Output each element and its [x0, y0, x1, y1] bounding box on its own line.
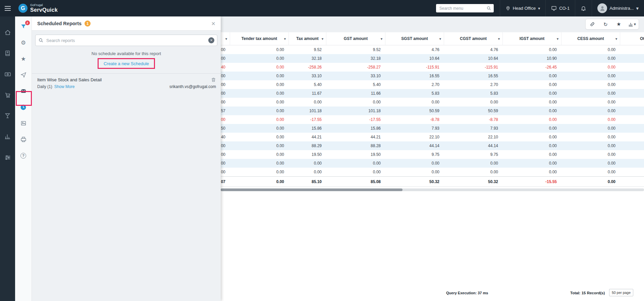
column-header-cgst-amount[interactable]: CGST amount▾ — [444, 32, 503, 45]
table-cell: 32.18 — [289, 54, 326, 63]
sidebar-item-reports[interactable] — [0, 133, 15, 141]
avatar — [597, 3, 607, 13]
sort-caret-icon[interactable]: ▾ — [557, 37, 558, 41]
favorite-button[interactable]: ★ — [613, 19, 625, 29]
column-header-tax-amount[interactable]: Tax amount▾ — [289, 32, 326, 45]
table-cell: 2.70 — [444, 80, 503, 89]
table-cell: -26.45 — [503, 63, 561, 72]
table-cell: 0.00 — [561, 54, 620, 63]
table-cell: 9.75 — [385, 150, 444, 159]
column-header-other[interactable]: Other▾ — [620, 32, 644, 45]
panel-title: Scheduled Reports — [37, 21, 82, 26]
sort-caret-icon[interactable]: ▾ — [284, 37, 286, 41]
sidebar-item-settings[interactable] — [0, 154, 15, 162]
search-menu-input[interactable] — [436, 4, 494, 12]
table-cell: 0.00 — [326, 98, 385, 106]
main-sidebar — [0, 16, 15, 301]
table-row[interactable]: 24.500.0015.8615.867.937.930.000.00 — [188, 124, 644, 133]
table-body: 00.000.009.529.524.764.760.000.0076.000.… — [188, 45, 644, 176]
table-cell: 0.00 — [561, 133, 620, 141]
table-cell: 5.83 — [385, 89, 444, 98]
search-reports-input[interactable] — [46, 38, 208, 43]
rail-item-favorite[interactable]: ★ — [18, 55, 29, 63]
sidebar-item-drinks[interactable] — [0, 113, 15, 120]
table-cell: 0.00 — [230, 106, 289, 115]
table-row[interactable]: 00.000.009.529.524.764.760.000.00 — [188, 45, 644, 54]
schedule-frequency: Daily (1) — [37, 84, 52, 89]
table-row[interactable]: 41.000.0088.2988.2844.1444.140.000.00 — [188, 141, 644, 150]
clock-icon — [20, 104, 26, 111]
terminal-selector[interactable]: CO-1 — [545, 0, 575, 16]
sidebar-item-sales[interactable] — [0, 71, 15, 78]
brand-gofrugal: GoFrugal — [30, 4, 58, 7]
rail-item-email[interactable] — [18, 87, 29, 95]
rail-item-layout[interactable] — [18, 119, 29, 127]
table-row[interactable]: 69.000.00-17.55-17.55-8.78-8.780.000.00 — [188, 115, 644, 124]
table-row[interactable]: 76.000.0032.1832.1810.6410.6410.900.00 — [188, 54, 644, 63]
table-row[interactable]: 00.000.000.000.000.000.000.000.00 — [188, 98, 644, 106]
table-row[interactable]: 89.000.0011.6711.665.835.830.000.00 — [188, 89, 644, 98]
table-row[interactable]: 09.000.0019.5019.509.759.750.000.00 — [188, 150, 644, 159]
table-row[interactable]: 73.400.00-258.26-258.27-115.91-115.91-26… — [188, 63, 644, 72]
sidebar-item-menu[interactable] — [0, 50, 15, 57]
column-header-sgst-amount[interactable]: SGST amount▾ — [385, 32, 444, 45]
share-link-button[interactable] — [587, 19, 598, 29]
location-selector[interactable]: Head Office ▾ — [500, 0, 545, 16]
notifications-button[interactable] — [575, 0, 592, 16]
rail-item-schedule[interactable] — [18, 103, 29, 111]
horizontal-scrollbar[interactable] — [188, 188, 644, 191]
table-cell: 0.00 — [230, 63, 289, 72]
table-cell: 7.93 — [444, 124, 503, 133]
user-menu[interactable]: Administra... ▾ — [592, 0, 644, 16]
show-more-link[interactable]: Show More — [54, 84, 75, 89]
table-row[interactable]: 00.000.000.000.000.000.000.000.00 — [188, 168, 644, 176]
schedule-list-item[interactable]: Item Wise Stock and Sales Detail Daily (… — [32, 74, 221, 89]
table-row[interactable]: 06.570.00101.18101.1850.5950.590.000.00 — [188, 106, 644, 115]
sort-caret-icon[interactable]: ▾ — [381, 37, 382, 41]
table-cell: 0.00 — [230, 45, 289, 54]
hamburger-menu-button[interactable] — [0, 0, 15, 16]
page-size-select[interactable]: 50 per page — [609, 289, 633, 296]
person-icon — [599, 5, 606, 12]
report-table: ▾Tender tax amount▾Tax amount▾GST amount… — [188, 32, 644, 187]
column-header-igst-amount[interactable]: IGST amount▾ — [503, 32, 561, 45]
sort-caret-icon[interactable]: ▾ — [615, 37, 617, 41]
table-cell: 5.83 — [444, 89, 503, 98]
table-cell: 5.40 — [289, 80, 326, 89]
location-pin-icon — [505, 6, 511, 11]
delete-schedule-button[interactable] — [211, 77, 216, 82]
refresh-button[interactable]: ↻ — [600, 19, 611, 29]
column-header-tender-tax-amount[interactable]: Tender tax amount▾ — [230, 32, 289, 45]
table-row[interactable]: 13.000.005.405.402.702.700.000.00 — [188, 80, 644, 89]
rail-item-print[interactable] — [18, 135, 29, 143]
rail-item-settings[interactable]: ⚙ — [18, 39, 29, 47]
sort-caret-icon[interactable]: ▾ — [498, 37, 500, 41]
sort-caret-icon[interactable]: ▾ — [322, 37, 323, 41]
rail-item-export[interactable] — [18, 71, 29, 79]
column-header-gst-amount[interactable]: GST amount▾ — [326, 32, 385, 45]
chart-view-button[interactable]: ▾ — [626, 19, 638, 29]
create-schedule-link[interactable]: Create a new Schedule — [104, 61, 149, 66]
no-schedule-message: No schedule available for this report — [32, 51, 221, 56]
rail-item-help[interactable]: ? — [18, 152, 29, 160]
table-row[interactable]: 14.000.0033.1033.1016.5516.550.000.00 — [188, 72, 644, 80]
table-cell: 11.67 — [289, 89, 326, 98]
sort-caret-icon[interactable]: ▾ — [439, 37, 441, 41]
menu-book-icon — [4, 50, 11, 56]
table-row[interactable]: 00.000.000.000.000.000.000.000.00 — [188, 159, 644, 168]
column-chart-icon — [628, 22, 633, 27]
table-cell: 19.50 — [289, 150, 326, 159]
column-header-cess-amount[interactable]: CESS amount▾ — [561, 32, 620, 45]
table-cell: 0.00 — [503, 141, 561, 150]
table-cell: 44.14 — [385, 141, 444, 150]
scrollbar-thumb[interactable] — [221, 188, 402, 191]
search-icon — [486, 6, 491, 11]
table-cell: 16.55 — [385, 72, 444, 80]
sidebar-item-home[interactable] — [0, 29, 15, 37]
rail-item-filter[interactable]: 2 — [18, 23, 29, 31]
close-icon[interactable]: × — [211, 20, 215, 27]
sidebar-item-orders[interactable] — [0, 92, 15, 99]
sort-caret-icon[interactable]: ▾ — [225, 37, 227, 41]
clear-search-icon[interactable]: × — [208, 37, 214, 43]
table-row[interactable]: 12.400.0044.2144.2122.1022.100.000.00 — [188, 133, 644, 141]
